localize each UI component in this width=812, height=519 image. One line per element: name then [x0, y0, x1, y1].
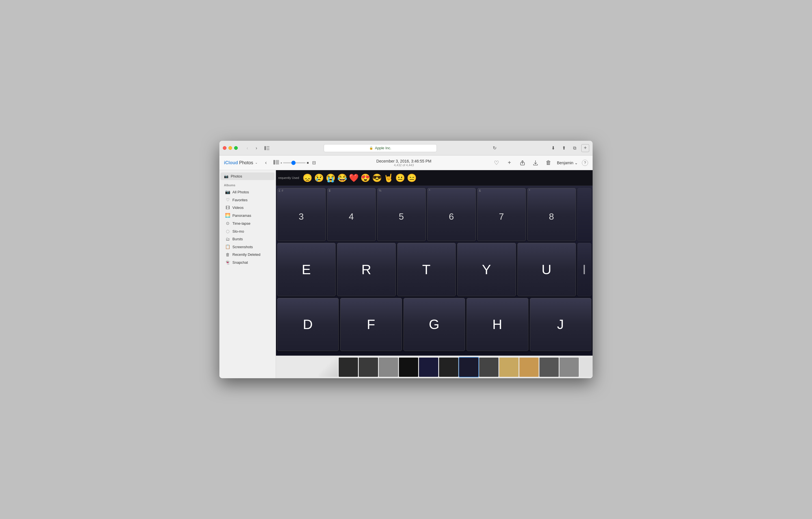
photo-back-button[interactable]: ‹ — [262, 159, 270, 167]
app-window: ‹ › 🔒 Apple Inc. ↻ ⬇ ⬆ ⧉ + iCloud Photos — [220, 141, 592, 378]
minimize-button[interactable] — [228, 146, 232, 150]
sidebar-item-favorites[interactable]: ♡ Favorites — [221, 196, 274, 204]
sidebar-item-snapchat[interactable]: 👻 Snapchat — [221, 258, 274, 266]
sidebar-item-label: All Photos — [232, 190, 249, 194]
key-r: R — [337, 243, 396, 296]
zoom-slider-container: ▪ ■ — [281, 161, 309, 165]
sidebar-item-bursts[interactable]: 🗂 Bursts — [221, 235, 274, 243]
sidebar-item-panoramas[interactable]: 🌅 Panoramas — [221, 211, 274, 219]
filmstrip-thumb-9[interactable] — [479, 357, 498, 377]
key-u: U — [517, 243, 576, 296]
filmstrip-thumb-10[interactable] — [499, 357, 519, 377]
maximize-button[interactable] — [234, 146, 238, 150]
browser-titlebar: ‹ › 🔒 Apple Inc. ↻ ⬇ ⬆ ⧉ + — [220, 141, 592, 155]
svg-rect-2 — [267, 148, 269, 148]
app-title-photos: Photos — [239, 160, 253, 165]
titlebar-actions: ⬇ ⬆ ⧉ + — [549, 144, 589, 152]
touch-bar: requently Used 😞 😢 😭 😂 ❤️ 😍 😎 🤘 😐 😑 — [276, 170, 592, 186]
filmstrip-thumb-7[interactable] — [439, 357, 458, 377]
filmstrip-thumb-12[interactable] — [540, 357, 559, 377]
touch-bar-label: requently Used — [278, 176, 299, 179]
reload-button[interactable]: ↻ — [493, 145, 496, 151]
all-photos-icon: 📷 — [225, 190, 230, 195]
close-button[interactable] — [223, 146, 227, 150]
help-button[interactable]: ? — [582, 160, 588, 166]
keyboard-photo: requently Used 😞 😢 😭 😂 ❤️ 😍 😎 🤘 😐 😑 — [276, 170, 592, 355]
add-button[interactable]: + — [505, 158, 514, 167]
filmstrip-thumb-3[interactable] — [359, 357, 378, 377]
keyboard-rows: £ # 3 $ 4 % 5 — [276, 186, 592, 355]
filmstrip-thumb-4[interactable] — [379, 357, 398, 377]
key-7: & 7 — [477, 188, 526, 241]
sidebar-item-label: Time-lapse — [232, 221, 251, 226]
emoji-3: 😭 — [326, 173, 336, 183]
share-action-button[interactable] — [518, 158, 527, 167]
key-h: H — [466, 298, 528, 351]
recently-deleted-icon: 🗑 — [225, 252, 230, 257]
sidebar-albums-label: Albums — [220, 180, 276, 188]
key-i: I — [577, 243, 591, 296]
screenshots-icon: 📋 — [225, 244, 230, 249]
filmstrip-thumb-5[interactable] — [399, 357, 418, 377]
view-mode-button[interactable]: ⊟ — [312, 160, 316, 165]
emoji-2: 😢 — [314, 173, 324, 183]
key-row-numbers: £ # 3 $ 4 % 5 — [277, 188, 591, 241]
panoramas-icon: 🌅 — [225, 213, 230, 218]
back-button[interactable]: ‹ — [243, 145, 251, 151]
key-g: G — [403, 298, 465, 351]
duplicate-tab-button[interactable]: ⧉ — [571, 144, 578, 152]
sidebar-item-slo-mo[interactable]: ◌ Slo-mo — [221, 227, 274, 235]
delete-button[interactable]: 🗑 — [544, 158, 553, 167]
filmstrip-thumb-1[interactable] — [319, 357, 338, 377]
new-tab-button[interactable]: + — [581, 144, 589, 152]
emoji-9: 😐 — [395, 173, 405, 183]
sidebar-item-label: Panoramas — [232, 213, 251, 218]
sidebar-item-screenshots[interactable]: 📋 Screenshots — [221, 243, 274, 251]
sidebar-item-label: Screenshots — [232, 245, 253, 249]
sidebar-item-label: Snapchat — [232, 260, 248, 265]
key-d: D — [277, 298, 339, 351]
svg-rect-5 — [276, 160, 279, 165]
filmstrip-gap — [278, 357, 318, 377]
sidebar-item-all-photos[interactable]: 📷 All Photos — [221, 188, 274, 196]
download-action-button[interactable] — [531, 158, 540, 167]
sidebar-photos-label: Photos — [231, 174, 242, 178]
download-button[interactable]: ⬇ — [549, 144, 557, 152]
filmstrip-thumb-8[interactable] — [459, 357, 478, 377]
favorite-button[interactable]: ♡ — [492, 158, 501, 167]
emoji-5: ❤️ — [349, 173, 359, 183]
forward-button[interactable]: › — [253, 145, 260, 151]
key-4: $ 4 — [327, 188, 376, 241]
key-row-erty: E R T Y U I — [277, 243, 591, 296]
user-menu-button[interactable]: Benjamin ⌄ — [557, 161, 578, 165]
filmstrip-thumb-6[interactable] — [419, 357, 438, 377]
address-bar[interactable]: 🔒 Apple Inc. — [324, 144, 437, 152]
time-lapse-icon: ⊙ — [225, 221, 230, 226]
svg-rect-3 — [267, 149, 269, 150]
filmstrip[interactable] — [276, 355, 592, 378]
sidebar-item-videos[interactable]: 🎞 Videos — [221, 204, 274, 211]
app-title-chevron-icon: ⌄ — [255, 161, 258, 165]
sidebar-item-time-lapse[interactable]: ⊙ Time-lapse — [221, 219, 274, 227]
key-3: £ # 3 — [277, 188, 326, 241]
filmstrip-thumb-11[interactable] — [519, 357, 539, 377]
svg-rect-4 — [273, 160, 275, 165]
share-button[interactable]: ⬆ — [560, 144, 568, 152]
app-title-cloud: iCloud — [224, 160, 238, 165]
zoom-slider[interactable] — [283, 162, 306, 163]
photo-main[interactable]: requently Used 😞 😢 😭 😂 ❤️ 😍 😎 🤘 😐 😑 — [276, 170, 592, 355]
svg-rect-0 — [264, 146, 266, 150]
filmstrip-thumb-14[interactable] — [580, 357, 592, 377]
sidebar-item-photos[interactable]: 📷 Photos — [221, 172, 274, 180]
key-row-dfgh: D F G H J — [277, 298, 591, 353]
key-f: F — [340, 298, 402, 351]
view-sidebar-button[interactable] — [273, 160, 279, 166]
slo-mo-icon: ◌ — [225, 229, 230, 234]
favorites-icon: ♡ — [225, 197, 230, 202]
sidebar-item-recently-deleted[interactable]: 🗑 Recently Deleted — [221, 251, 274, 258]
sidebar-toggle-button[interactable] — [263, 145, 271, 151]
filmstrip-thumb-13[interactable] — [559, 357, 579, 377]
filmstrip-thumb-2[interactable] — [339, 357, 358, 377]
photo-area: requently Used 😞 😢 😭 😂 ❤️ 😍 😎 🤘 😐 😑 — [276, 170, 592, 378]
emoji-4: 😂 — [337, 173, 347, 183]
